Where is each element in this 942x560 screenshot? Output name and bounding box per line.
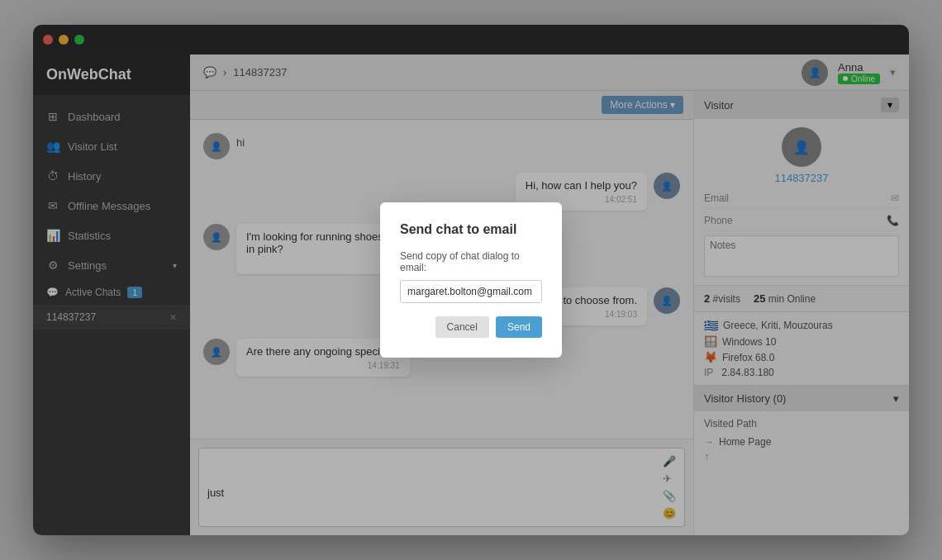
modal-description: Send copy of chat dialog to email:: [400, 250, 542, 273]
send-email-modal: Send chat to email Send copy of chat dia…: [380, 202, 562, 358]
cancel-button[interactable]: Cancel: [435, 316, 489, 338]
modal-overlay: Send chat to email Send copy of chat dia…: [0, 0, 942, 560]
send-button[interactable]: Send: [496, 316, 542, 338]
modal-title: Send chat to email: [400, 222, 542, 237]
modal-buttons: Cancel Send: [400, 316, 542, 338]
email-input[interactable]: [400, 280, 542, 303]
